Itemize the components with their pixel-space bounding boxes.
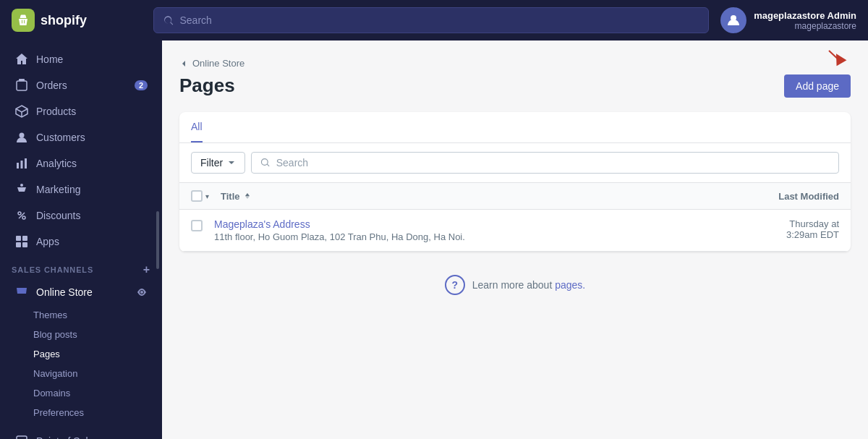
search-icon-filter xyxy=(260,158,271,168)
svg-rect-10 xyxy=(22,236,27,241)
sidebar-item-online-store[interactable]: Online Store xyxy=(3,279,159,305)
filter-search-input[interactable] xyxy=(276,157,830,169)
sidebar-subitem-navigation[interactable]: Navigation xyxy=(0,364,162,383)
row-title[interactable]: Mageplaza's Address xyxy=(214,218,786,230)
sidebar-subitem-themes[interactable]: Themes xyxy=(0,305,162,325)
sidebar-subitem-preferences[interactable]: Preferences xyxy=(0,403,162,422)
svg-rect-5 xyxy=(25,158,27,169)
chevron-down-icon xyxy=(227,158,236,167)
sidebar-item-label-apps: Apps xyxy=(36,236,59,247)
discounts-icon xyxy=(14,208,29,223)
search-input[interactable] xyxy=(180,14,700,26)
sidebar-subitem-pages[interactable]: Pages xyxy=(0,344,162,364)
filter-button[interactable]: Filter xyxy=(191,152,245,174)
online-store-actions xyxy=(136,286,148,298)
filter-bar: Filter xyxy=(179,143,851,183)
home-icon xyxy=(14,52,29,67)
row-select-checkbox[interactable] xyxy=(191,220,203,231)
orders-icon xyxy=(14,78,29,93)
arrow-indicator xyxy=(811,49,847,78)
chevron-left-icon xyxy=(179,59,188,68)
logo-text: shopify xyxy=(41,13,87,28)
sales-channels-label: SALES CHANNELS + xyxy=(0,255,162,279)
marketing-icon xyxy=(14,182,29,197)
sidebar-subitem-domains[interactable]: Domains xyxy=(0,383,162,403)
add-sales-channel-button[interactable]: + xyxy=(143,263,150,276)
row-content: Mageplaza's Address 11th floor, Ho Guom … xyxy=(214,218,786,242)
user-name: mageplazastore Admin xyxy=(754,10,856,21)
svg-rect-9 xyxy=(16,236,21,241)
global-search[interactable] xyxy=(153,7,709,33)
sidebar-item-discounts[interactable]: Discounts xyxy=(3,203,159,229)
sidebar-item-label-analytics: Analytics xyxy=(36,158,77,169)
svg-rect-11 xyxy=(16,242,21,247)
user-info: mageplazastore Admin mageplazastore xyxy=(754,10,856,31)
svg-point-7 xyxy=(18,212,21,215)
sidebar-item-orders[interactable]: Orders 2 xyxy=(3,72,159,98)
online-store-label: Online Store xyxy=(36,286,93,298)
svg-rect-13 xyxy=(17,436,27,439)
breadcrumb-parent: Online Store xyxy=(192,58,244,69)
sidebar-item-label-orders: Orders xyxy=(36,80,67,91)
sidebar-item-home[interactable]: Home xyxy=(3,46,159,72)
sidebar-item-customers[interactable]: Customers xyxy=(3,124,159,150)
pages-card: All Filter ▾ Title xyxy=(179,112,851,252)
page-header: Pages Add page xyxy=(179,74,851,98)
sidebar-item-label-marketing: Marketing xyxy=(36,184,80,195)
svg-rect-1 xyxy=(17,81,27,90)
row-checkbox[interactable] xyxy=(191,220,203,231)
sidebar-subitem-blog-posts[interactable]: Blog posts xyxy=(0,325,162,344)
sidebar-item-label-customers: Customers xyxy=(36,132,85,143)
svg-point-8 xyxy=(22,216,25,219)
app-header: shopify mageplazastore Admin mageplazast… xyxy=(0,0,868,41)
table-header: ▾ Title Last Modified xyxy=(179,183,851,210)
apps-icon xyxy=(14,234,29,249)
row-date-day: Thursday at xyxy=(786,218,839,229)
main-layout: Home Orders 2 Products Customers A xyxy=(0,41,868,439)
customers-icon xyxy=(14,130,29,145)
add-page-button[interactable]: Add page xyxy=(784,74,851,98)
filter-search[interactable] xyxy=(251,152,839,174)
checkbox-dropdown-icon[interactable]: ▾ xyxy=(205,192,209,200)
svg-point-2 xyxy=(20,133,25,138)
logo[interactable]: shopify xyxy=(12,9,142,32)
row-date-time: 3:29am EDT xyxy=(786,229,839,240)
select-all-checkbox[interactable] xyxy=(191,190,203,202)
add-page-wrapper: Add page xyxy=(784,74,851,98)
user-menu[interactable]: mageplazastore Admin mageplazastore xyxy=(720,7,856,33)
search-icon xyxy=(163,14,174,26)
svg-rect-4 xyxy=(21,161,23,169)
orders-badge: 2 xyxy=(135,80,148,90)
svg-point-6 xyxy=(20,184,23,187)
sidebar: Home Orders 2 Products Customers A xyxy=(0,41,162,439)
table-row: Mageplaza's Address 11th floor, Ho Guom … xyxy=(179,210,851,252)
main-content: Online Store Pages Add page All xyxy=(162,41,868,439)
select-all-wrapper[interactable]: ▾ xyxy=(191,190,209,202)
sidebar-item-products[interactable]: Products xyxy=(3,98,159,124)
help-icon: ? xyxy=(445,275,465,295)
sidebar-item-point-of-sale[interactable]: Point of Sale xyxy=(3,428,159,439)
learn-more-text: Learn more about pages. xyxy=(472,279,585,291)
row-subtitle: 11th floor, Ho Guom Plaza, 102 Tran Phu,… xyxy=(214,231,786,242)
sidebar-item-analytics[interactable]: Analytics xyxy=(3,150,159,176)
sort-icon[interactable] xyxy=(243,192,252,200)
sidebar-item-marketing[interactable]: Marketing xyxy=(3,176,159,203)
filter-label: Filter xyxy=(200,157,223,169)
online-store-icon xyxy=(14,285,29,299)
sidebar-item-label-home: Home xyxy=(36,54,63,65)
row-date: Thursday at 3:29am EDT xyxy=(786,218,839,240)
tab-all[interactable]: All xyxy=(191,112,203,142)
sidebar-item-label-discounts: Discounts xyxy=(36,210,80,221)
column-last-modified: Last Modified xyxy=(778,191,839,202)
pos-icon xyxy=(14,434,29,439)
learn-more-link[interactable]: pages. xyxy=(555,279,585,291)
sidebar-item-label-pos: Point of Sale xyxy=(36,435,93,439)
svg-rect-12 xyxy=(22,242,27,247)
breadcrumb[interactable]: Online Store xyxy=(179,58,851,69)
tabs-bar: All xyxy=(179,112,851,143)
page-title: Pages xyxy=(179,74,235,97)
eye-icon[interactable] xyxy=(136,286,148,298)
shopify-bag-icon xyxy=(12,9,35,32)
sidebar-item-apps[interactable]: Apps xyxy=(3,229,159,255)
learn-more-section: ? Learn more about pages. xyxy=(179,252,851,318)
